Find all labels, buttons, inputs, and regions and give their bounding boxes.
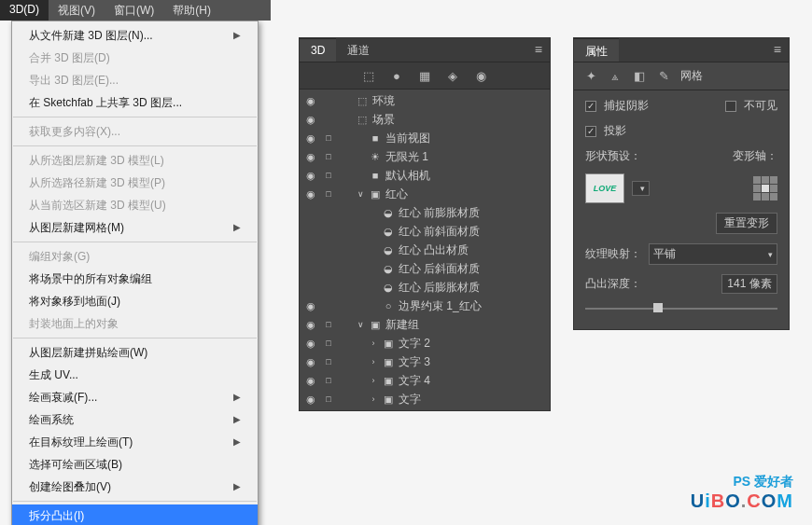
visibility-toggle-icon[interactable]: ◉: [303, 170, 318, 182]
select-toggle-icon[interactable]: □: [322, 320, 335, 329]
menu-item[interactable]: 将场景中的所有对象编组: [12, 268, 258, 290]
visibility-toggle-icon[interactable]: ◉: [303, 300, 318, 312]
select-toggle-icon[interactable]: □: [322, 376, 335, 385]
layer-row[interactable]: ◒红心 前斜面材质: [300, 222, 550, 241]
visibility-toggle-icon[interactable]: ◉: [303, 188, 318, 200]
extrude-depth-value[interactable]: 141 像素: [721, 274, 777, 294]
menu-item[interactable]: 从文件新建 3D 图层(N)...▶: [12, 24, 258, 47]
panel-menu-icon[interactable]: ≡: [766, 38, 789, 62]
chevron-icon[interactable]: ›: [369, 394, 378, 404]
menubar-item[interactable]: 窗口(W): [105, 0, 163, 21]
menu-item[interactable]: 在目标纹理上绘画(T)▶: [12, 431, 258, 453]
submenu-arrow-icon: ▶: [233, 435, 241, 449]
menubar-item[interactable]: 视图(V): [49, 0, 105, 21]
chevron-icon[interactable]: ∨: [356, 189, 365, 199]
layer-row[interactable]: ◉□■当前视图: [300, 129, 550, 147]
shape-preset-thumb[interactable]: LOVE: [585, 173, 624, 203]
select-toggle-icon[interactable]: □: [322, 394, 335, 404]
deform-icon[interactable]: ⟁: [608, 69, 623, 84]
3d-panel: 3D通道≡ ⬚●▦◈◉ ◉⬚环境◉⬚场景◉□■当前视图◉□☀无限光 1◉□■默认…: [299, 37, 551, 411]
layer-row[interactable]: ◒红心 凸出材质: [300, 241, 550, 259]
chevron-icon[interactable]: ∨: [356, 320, 365, 329]
panel-menu-icon[interactable]: ≡: [527, 38, 550, 62]
menu-item[interactable]: 绘画系统▶: [12, 408, 258, 431]
select-toggle-icon[interactable]: □: [322, 338, 335, 348]
texture-map-select[interactable]: 平铺 ▾: [649, 243, 777, 265]
3d-layers-list: ◉⬚环境◉⬚场景◉□■当前视图◉□☀无限光 1◉□■默认相机◉□∨▣红心◒红心 …: [300, 90, 550, 410]
chevron-icon[interactable]: ›: [369, 357, 378, 366]
mesh-icon[interactable]: ◈: [445, 68, 460, 83]
menu-item[interactable]: 选择可绘画区域(B): [12, 453, 258, 476]
menu-item[interactable]: 在 Sketchfab 上共享 3D 图层...: [12, 91, 258, 114]
layer-row[interactable]: ◉□›▣文字 3: [300, 352, 550, 371]
visibility-toggle-icon[interactable]: ◉: [303, 114, 318, 126]
shape-preset-dropdown[interactable]: ▾: [632, 181, 650, 196]
layer-label: 红心 后斜面材质: [399, 261, 546, 277]
visibility-toggle-icon[interactable]: ◉: [303, 95, 318, 107]
cast-shadow-checkbox[interactable]: [585, 126, 596, 137]
menu-item[interactable]: 将对象移到地面(J): [12, 290, 258, 312]
visibility-toggle-icon[interactable]: ◉: [303, 132, 318, 145]
layer-label: 当前视图: [385, 131, 546, 146]
filter-icon[interactable]: ⬚: [361, 68, 376, 83]
coords-icon[interactable]: ✎: [656, 69, 671, 84]
extrude-depth-slider[interactable]: [585, 303, 777, 314]
chevron-icon[interactable]: ›: [369, 376, 378, 385]
chevron-icon[interactable]: ›: [369, 338, 378, 348]
visibility-toggle-icon[interactable]: ◉: [303, 375, 318, 387]
menu-item[interactable]: 从图层新建网格(M)▶: [12, 216, 258, 239]
layer-row[interactable]: ◉□☀无限光 1: [300, 147, 550, 166]
panel-tab[interactable]: 通道: [336, 38, 381, 62]
properties-toolbar: ✦ ⟁ ◧ ✎ 网格: [574, 62, 789, 90]
invisible-checkbox[interactable]: [725, 101, 736, 112]
layer-row[interactable]: ◉⬚环境: [300, 91, 550, 110]
layer-row[interactable]: ◉□■默认相机: [300, 166, 550, 185]
menu-item[interactable]: 拆分凸出(I): [12, 504, 258, 525]
layer-label: 新建组: [385, 317, 546, 333]
layer-row[interactable]: ◉□›▣文字 2: [300, 334, 550, 352]
menu-item[interactable]: 从图层新建拼贴绘画(W): [12, 341, 258, 364]
deform-axis-grid[interactable]: [753, 176, 777, 200]
layer-type-icon: ◒: [382, 282, 395, 294]
grid-icon[interactable]: ▦: [417, 68, 432, 83]
visibility-toggle-icon[interactable]: ◉: [303, 338, 318, 350]
menubar-item[interactable]: 帮助(H): [163, 0, 220, 21]
light-icon[interactable]: ◉: [473, 68, 488, 83]
layer-type-icon: ▣: [382, 356, 395, 368]
menu-item[interactable]: 生成 UV...: [12, 364, 258, 386]
visibility-toggle-icon[interactable]: ◉: [303, 151, 318, 163]
panel-tab[interactable]: 3D: [300, 38, 336, 62]
shape-preset-label: 形状预设：: [585, 148, 641, 164]
menu-item[interactable]: 绘画衰减(F)...▶: [12, 386, 258, 408]
layer-type-icon: ⬚: [356, 114, 369, 126]
cap-icon[interactable]: ◧: [632, 69, 647, 84]
layer-row[interactable]: ◉□∨▣新建组: [300, 315, 550, 334]
menu-item[interactable]: 创建绘图叠加(V)▶: [12, 476, 258, 498]
capture-shadow-checkbox[interactable]: [585, 101, 596, 112]
layer-label: 红心 后膨胀材质: [399, 280, 546, 296]
select-toggle-icon[interactable]: □: [322, 152, 335, 161]
select-toggle-icon[interactable]: □: [322, 133, 335, 143]
layer-type-icon: ◒: [382, 263, 395, 275]
select-toggle-icon[interactable]: □: [322, 171, 335, 180]
visibility-toggle-icon[interactable]: ◉: [303, 356, 318, 368]
layer-row[interactable]: ◒红心 后斜面材质: [300, 259, 550, 278]
layer-row[interactable]: ◉⬚场景: [300, 110, 550, 129]
visibility-toggle-icon[interactable]: ◉: [303, 319, 318, 331]
sphere-icon[interactable]: ●: [389, 68, 404, 83]
menubar-item[interactable]: 3D(D): [0, 0, 49, 21]
layer-row[interactable]: ◉□›▣文字: [300, 390, 550, 408]
layer-row[interactable]: ◉□∨▣红心: [300, 185, 550, 203]
submenu-arrow-icon: ▶: [233, 390, 241, 405]
layer-row[interactable]: ◒红心 后膨胀材质: [300, 278, 550, 297]
select-toggle-icon[interactable]: □: [322, 357, 335, 366]
reset-deform-button[interactable]: 重置变形: [716, 213, 777, 234]
select-toggle-icon[interactable]: □: [322, 189, 335, 199]
visibility-toggle-icon[interactable]: ◉: [303, 394, 318, 406]
layer-row[interactable]: ◒红心 前膨胀材质: [300, 203, 550, 222]
tab-properties[interactable]: 属性: [574, 38, 619, 62]
layer-row[interactable]: ◉○边界约束 1_红心: [300, 297, 550, 315]
layer-row[interactable]: ◉□›▣文字 4: [300, 371, 550, 390]
mesh-mode-icon[interactable]: ✦: [583, 69, 598, 84]
properties-body: 捕捉阴影 不可见 投影 形状预设： 变形轴： LOVE ▾ 重置变形: [574, 90, 789, 329]
